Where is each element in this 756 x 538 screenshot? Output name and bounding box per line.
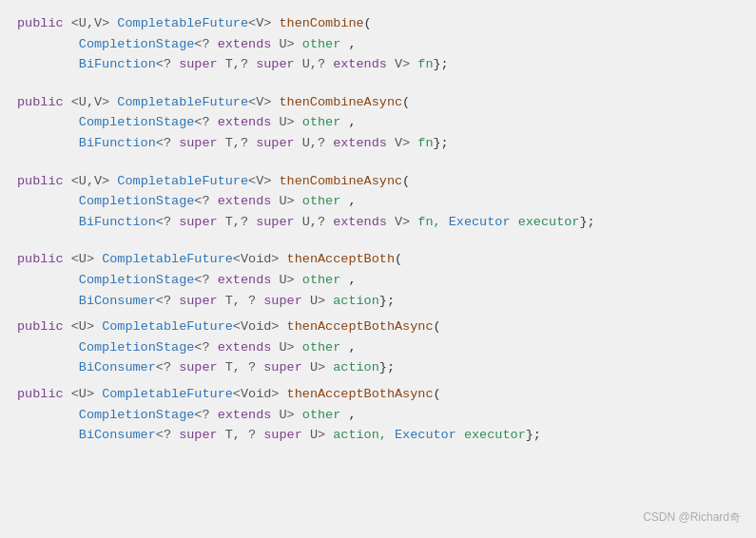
code-token: T, ?: [225, 360, 264, 375]
code-token: [17, 37, 79, 51]
code-token: super: [256, 215, 302, 229]
code-token: [17, 136, 79, 150]
code-token: U>: [310, 294, 333, 308]
code-token: <V>: [248, 95, 279, 109]
code-section: public <U> CompletableFuture<Void> thenA…: [17, 317, 739, 378]
code-token: other: [302, 273, 341, 287]
code-token: <U>: [71, 252, 102, 266]
code-token: <?: [156, 136, 179, 150]
code-section: public <U,V> CompletableFuture<V> thenCo…: [17, 13, 739, 75]
code-token: };: [526, 428, 541, 442]
code-token: CompletableFuture: [102, 387, 233, 401]
code-line: public <U> CompletableFuture<Void> thenA…: [17, 384, 739, 405]
watermark: CSDN @Richard奇: [643, 509, 741, 527]
code-line: BiConsumer<? super T, ? super U> action}…: [17, 357, 739, 378]
code-token: [17, 57, 79, 71]
code-token: thenCombine: [279, 16, 363, 30]
code-token: BiConsumer: [79, 360, 156, 375]
code-token: thenCombineAsync: [279, 95, 402, 109]
code-section: public <U,V> CompletableFuture<V> thenCo…: [17, 171, 739, 233]
code-token: U>: [279, 194, 301, 208]
code-token: ,: [340, 340, 356, 355]
code-token: [17, 194, 79, 208]
code-token: super: [263, 428, 310, 442]
code-line: public <U,V> CompletableFuture<V> thenCo…: [17, 171, 739, 192]
code-token: };: [434, 136, 449, 150]
code-token: <U,V>: [71, 174, 118, 188]
code-token: super: [179, 428, 225, 442]
code-token: <U,V>: [71, 95, 118, 109]
code-token: <?: [194, 408, 217, 422]
code-token: extends: [218, 340, 280, 355]
code-token: [17, 115, 79, 129]
code-token: U>: [279, 37, 301, 51]
code-token: extends: [333, 136, 395, 150]
code-token: <Void>: [233, 252, 287, 266]
code-token: [17, 428, 79, 442]
code-token: V>: [395, 136, 417, 150]
code-token: extends: [218, 37, 280, 51]
code-token: public: [17, 387, 71, 401]
code-token: super: [263, 294, 310, 308]
code-token: super: [179, 360, 225, 375]
code-token: T, ?: [225, 294, 264, 308]
code-token: <Void>: [233, 387, 287, 401]
code-token: U>: [310, 428, 333, 442]
code-token: U>: [279, 340, 301, 355]
code-token: Executor: [449, 215, 518, 229]
code-token: CompletionStage: [79, 194, 195, 208]
code-token: V>: [395, 57, 417, 71]
code-token: public: [17, 252, 71, 266]
code-token: ,: [340, 37, 356, 51]
code-token: (: [434, 387, 441, 401]
code-token: extends: [218, 194, 280, 208]
code-token: fn,: [417, 215, 448, 229]
code-token: <?: [156, 57, 179, 71]
code-token: U>: [279, 408, 301, 422]
code-token: <?: [156, 428, 179, 442]
code-token: T,?: [225, 136, 256, 150]
code-token: extends: [333, 215, 395, 229]
code-token: executor: [518, 215, 580, 229]
code-token: <?: [194, 340, 217, 355]
code-token: (: [395, 252, 402, 266]
code-token: public: [17, 174, 71, 188]
code-token: public: [17, 95, 71, 109]
code-token: <?: [194, 194, 217, 208]
code-token: (: [434, 319, 441, 334]
code-section: public <U,V> CompletableFuture<V> thenCo…: [17, 92, 739, 154]
code-token: CompletionStage: [79, 37, 195, 51]
code-token: <U,V>: [71, 16, 118, 30]
code-sections: public <U,V> CompletableFuture<V> thenCo…: [17, 13, 739, 446]
code-line: CompletionStage<? extends U> other ,: [17, 337, 739, 358]
code-token: extends: [333, 57, 395, 71]
code-token: CompletableFuture: [117, 16, 248, 30]
code-line: BiFunction<? super T,? super U,? extends…: [17, 212, 739, 233]
code-token: fn: [417, 57, 433, 71]
code-token: [17, 408, 79, 422]
code-token: super: [256, 136, 302, 150]
code-token: CompletionStage: [79, 115, 195, 129]
code-token: V>: [395, 215, 417, 229]
code-line: CompletionStage<? extends U> other ,: [17, 34, 739, 55]
code-token: CompletionStage: [79, 340, 195, 355]
code-line: public <U> CompletableFuture<Void> thenA…: [17, 317, 739, 337]
code-token: <Void>: [233, 319, 287, 334]
code-token: other: [302, 115, 341, 129]
code-token: ,: [340, 408, 356, 422]
code-token: ,: [340, 115, 356, 129]
code-token: thenAcceptBothAsync: [287, 387, 434, 401]
code-token: public: [17, 16, 71, 30]
code-token: super: [179, 136, 225, 150]
code-token: };: [379, 294, 395, 308]
code-line: public <U> CompletableFuture<Void> thenA…: [17, 249, 739, 270]
code-token: thenCombineAsync: [279, 174, 402, 188]
code-token: <?: [194, 273, 217, 287]
code-token: executor: [464, 428, 526, 442]
code-token: BiConsumer: [79, 428, 156, 442]
code-token: U,?: [302, 136, 333, 150]
code-token: [17, 215, 79, 229]
code-container: public <U,V> CompletableFuture<V> thenCo…: [0, 0, 756, 538]
code-token: thenAcceptBoth: [287, 252, 395, 266]
code-token: Executor: [395, 428, 464, 442]
